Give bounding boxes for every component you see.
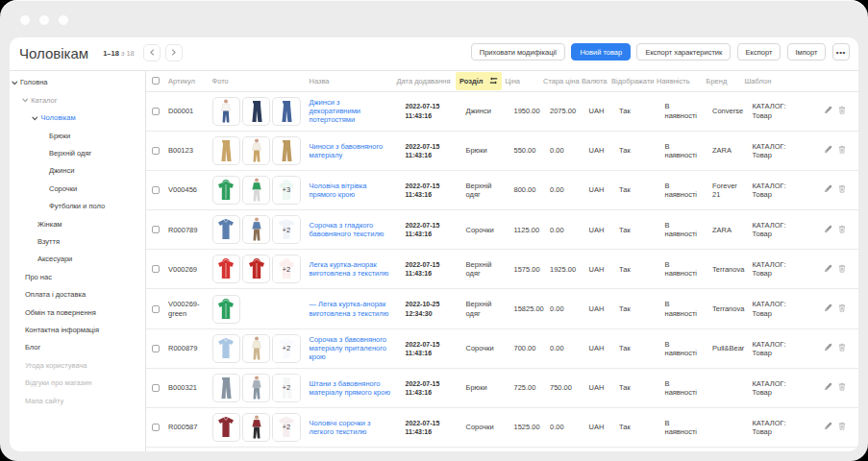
products-table: АртикулФотоНазваДата додаванняРозділЦіна… xyxy=(146,71,858,448)
sidebar-item[interactable]: Жінкам xyxy=(10,215,145,232)
product-link[interactable]: Чоловічі сорочки з легкого текстилю xyxy=(310,419,371,436)
select-all-checkbox[interactable] xyxy=(152,77,160,85)
row-checkbox[interactable] xyxy=(152,147,160,155)
cell-brand: ZARA xyxy=(701,131,739,170)
sidebar-item[interactable]: Брюки xyxy=(10,127,145,144)
sidebar-item[interactable]: Каталог xyxy=(10,91,145,109)
sidebar-item[interactable]: Контактна інформація xyxy=(10,321,145,338)
prev-page-button[interactable] xyxy=(143,44,161,61)
product-link[interactable]: Сорочка з бавовняного матеріалу притален… xyxy=(310,335,387,361)
product-link[interactable]: Чоловіча вітрівка прямого крою xyxy=(310,182,367,199)
jacket-photo xyxy=(247,257,266,280)
row-checkbox[interactable] xyxy=(152,108,160,115)
sidebar-item[interactable]: Футболки и поло xyxy=(10,198,145,215)
column-header-price[interactable]: Ціна xyxy=(500,71,538,91)
sidebar-item[interactable]: Про нас xyxy=(10,268,145,285)
photo-thumbnails: +2 xyxy=(212,334,304,363)
row-checkbox[interactable] xyxy=(152,226,160,233)
delete-icon[interactable] xyxy=(838,106,846,116)
window-dot-maximize[interactable] xyxy=(59,15,68,25)
edit-icon[interactable] xyxy=(824,422,832,432)
more-photos-count: +3 xyxy=(273,177,300,204)
delete-icon[interactable] xyxy=(838,422,846,432)
photo-thumbnails xyxy=(212,295,304,324)
column-header-article[interactable]: Артикул xyxy=(162,71,207,91)
column-header-visible[interactable]: Відображати xyxy=(606,71,651,91)
sidebar-item[interactable]: Чоловікам xyxy=(10,109,145,127)
browser-window: Чоловікам 1–18 з 18 Приховати модифікаці… xyxy=(0,0,868,461)
sidebar-item[interactable]: Обмін та повернення xyxy=(10,303,145,321)
pants-photo xyxy=(278,139,295,162)
edit-icon[interactable] xyxy=(824,264,832,275)
product-link[interactable]: Джинси з декоративними потертостями xyxy=(310,98,361,124)
column-header-brand[interactable]: Бренд xyxy=(701,71,739,91)
edit-icon[interactable] xyxy=(824,303,832,314)
delete-icon[interactable] xyxy=(838,343,846,353)
sidebar-item[interactable]: Відгуки про магазин xyxy=(10,374,145,391)
edit-icon[interactable] xyxy=(824,382,832,393)
cell-template: КАТАЛОГ: Товар xyxy=(739,170,814,209)
row-checkbox[interactable] xyxy=(152,305,160,313)
cell-currency: UAH xyxy=(576,289,606,328)
table-row: R000587+2Чоловічі сорочки з легкого текс… xyxy=(146,408,858,448)
cell-name: Легка куртка-анорак виготовлена з тексти… xyxy=(304,250,391,289)
window-dot-close[interactable] xyxy=(20,15,30,25)
header-checkbox-cell xyxy=(146,71,162,91)
sorted-column-header[interactable]: Розділ xyxy=(456,72,502,90)
delete-icon[interactable] xyxy=(838,382,846,393)
sidebar-item[interactable]: Головна xyxy=(10,74,145,91)
row-checkbox[interactable] xyxy=(152,186,160,194)
product-photo xyxy=(242,97,271,126)
column-header-name[interactable]: Назва xyxy=(304,71,391,91)
delete-icon[interactable] xyxy=(838,264,846,275)
window-dot-minimize[interactable] xyxy=(39,15,49,25)
column-header-currency[interactable]: Валюта xyxy=(576,71,606,91)
delete-icon[interactable] xyxy=(838,225,846,235)
edit-icon[interactable] xyxy=(824,184,832,195)
product-link[interactable]: Чиноси з бавовняного матеріалу xyxy=(310,142,384,159)
edit-icon[interactable] xyxy=(824,106,832,116)
row-checkbox[interactable] xyxy=(152,345,160,352)
sidebar-item[interactable]: Джинси xyxy=(10,162,145,180)
column-header-old[interactable]: Стара ціна xyxy=(537,71,576,91)
edit-icon[interactable] xyxy=(824,145,832,156)
sidebar-item[interactable]: Верхній одяг xyxy=(10,144,145,161)
sidebar-item[interactable]: Мапа сайту xyxy=(10,392,145,409)
edit-icon[interactable] xyxy=(824,225,832,235)
more-actions-button[interactable]: ••• xyxy=(832,43,850,61)
column-header-template[interactable]: Шаблон xyxy=(739,71,814,91)
chevron-left-icon xyxy=(149,49,156,56)
column-header-actions xyxy=(813,71,858,91)
product-link[interactable]: Сорочка з гладкого бавовняного текстилю xyxy=(310,221,384,238)
delete-icon[interactable] xyxy=(838,145,846,156)
product-link[interactable]: Легка куртка-анорак виготовлена з тексти… xyxy=(310,260,389,278)
delete-icon[interactable] xyxy=(838,303,846,314)
edit-icon[interactable] xyxy=(824,343,832,353)
sidebar-item[interactable]: Взуття xyxy=(10,232,145,250)
product-link[interactable]: — Легка куртка-анорак виготовлена з текс… xyxy=(310,300,389,317)
toolbar-button-1[interactable]: Новий товар xyxy=(571,43,631,61)
toolbar-button-3[interactable]: Експорт xyxy=(737,43,781,61)
sidebar-item[interactable]: Блог xyxy=(10,339,145,356)
sidebar-item[interactable]: Аксесуари xyxy=(10,251,145,268)
toolbar-button-2[interactable]: Експорт характеристик xyxy=(636,43,731,61)
sidebar-item[interactable]: Угода користувача xyxy=(10,356,145,374)
toolbar-button-4[interactable]: Імпорт xyxy=(787,43,827,61)
row-checkbox[interactable] xyxy=(152,265,160,273)
row-checkbox[interactable] xyxy=(152,424,160,431)
sidebar-item[interactable]: Сорочки xyxy=(10,180,145,197)
cell-article: V000269 xyxy=(162,250,207,289)
sidebar-item[interactable]: Оплата і доставка xyxy=(10,285,145,303)
column-header-date[interactable]: Дата додавання xyxy=(391,71,451,91)
product-link[interactable]: Штани з бавовняного матеріалу прямого кр… xyxy=(310,379,391,397)
row-checkbox[interactable] xyxy=(152,384,160,392)
sidebar: ГоловнаКаталогЧоловікамБрюкиВерхній одяг… xyxy=(10,71,146,451)
toolbar-button-0[interactable]: Приховати модифікації xyxy=(471,43,565,61)
column-header-photo[interactable]: Фото xyxy=(207,71,304,91)
column-header-avail[interactable]: Наявність xyxy=(651,71,701,91)
cell-avail: В наявності xyxy=(651,289,701,328)
delete-icon[interactable] xyxy=(838,184,846,195)
cell-date: 2022-07-15 11:43:16 xyxy=(391,131,451,170)
next-page-button[interactable] xyxy=(165,44,184,61)
cell-brand: Forever 21 xyxy=(701,170,739,209)
